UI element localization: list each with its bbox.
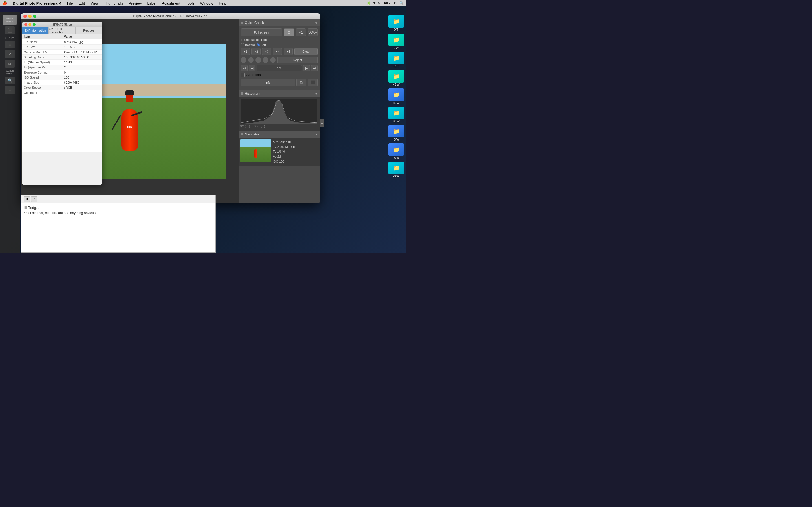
menu-help[interactable]: Help [218, 1, 227, 5]
x1-button[interactable]: ×1 [296, 29, 306, 36]
folder-n8w[interactable]: 📁 -8 W [388, 161, 405, 178]
folder-label-n8w: -8 W [393, 175, 399, 178]
close-button[interactable] [23, 15, 27, 18]
navigator-header[interactable]: Navigator ▼ [239, 131, 320, 138]
folder-5w[interactable]: 📁 +5 W [388, 88, 405, 105]
folder-3t[interactable]: 📁 +3 T [388, 51, 405, 68]
first-nav-button[interactable]: ⏮ [241, 65, 248, 71]
rating-1-button[interactable]: ✦1 [241, 48, 250, 55]
menu-label[interactable]: Label [146, 1, 157, 5]
view-buttons-row: Full screen ⊡ ×1 50%▾ [241, 29, 318, 36]
exif-value-3: 10/18/16 00:59:00 [62, 55, 102, 59]
reject-button[interactable]: Reject [277, 57, 318, 63]
navigator-dot [241, 133, 243, 135]
radio-left[interactable]: Left [257, 43, 266, 47]
folder-icon-8w: 📁 [388, 107, 404, 119]
exif-tab-xmp[interactable]: XMP/IPTC Information [49, 27, 75, 34]
sidebar-share-icon[interactable]: ↗ [5, 50, 15, 58]
histogram-coords: XY ( , ) RGB ( , , ) [240, 125, 318, 128]
search-icon[interactable]: 🔍 [400, 1, 404, 5]
exif-maximize-button[interactable] [33, 23, 36, 26]
nav-filename: 8P5A7945.jpg [273, 139, 318, 145]
dot-button-1[interactable] [241, 57, 246, 63]
folder-label-3t: +3 T [393, 65, 399, 68]
menu-preview[interactable]: Preview [128, 1, 143, 5]
thumbnail-position-row: Thumbnail position [241, 38, 318, 41]
rating-3-button[interactable]: ✦3 [262, 48, 271, 55]
rating-5-button[interactable]: ✦5 [284, 48, 293, 55]
last-nav-button[interactable]: ⏭ [311, 65, 318, 71]
full-screen-button[interactable]: Full screen [241, 29, 282, 36]
bold-button[interactable]: B [24, 196, 30, 202]
menu-edit[interactable]: Edit [78, 1, 86, 5]
copy-icon-button[interactable]: ⧉ [296, 78, 306, 87]
left-sidebar: JSPhotography ⬛ go_1.png ≡ ↗ ⧉ Canon Com… [0, 12, 20, 253]
clear-button[interactable]: Clear [294, 48, 318, 55]
folder-8w[interactable]: 📁 +8 W [388, 106, 405, 123]
app-name[interactable]: Digital Photo Professional 4 [11, 1, 63, 5]
menu-view[interactable]: View [89, 1, 100, 5]
app-logo[interactable]: JSPhotography [3, 15, 17, 25]
info-button[interactable]: Info [241, 78, 295, 87]
menu-tools[interactable]: Tools [185, 1, 195, 5]
exif-minimize-button[interactable] [29, 23, 31, 26]
navigator-content: 8P5A7945.jpg EOS 5D Mark IV Tv 1/640 Av … [239, 138, 320, 166]
italic-button[interactable]: I [31, 196, 37, 202]
folder-label-8w: +8 W [393, 120, 400, 123]
folder-0w[interactable]: 📁 0 W [388, 33, 405, 50]
dot-button-2[interactable] [248, 57, 254, 63]
expand-arrow[interactable]: ▶ [320, 119, 324, 127]
folder-3w[interactable]: 📁 +3 W [388, 69, 405, 87]
exif-row-2: Camera Model N... Canon EOS 5D Mark IV [22, 50, 102, 55]
exif-tab-exif[interactable]: Exif Information [22, 27, 49, 34]
email-body: Hi Rodg... Yes I did that, but still can… [21, 203, 215, 218]
exif-item-3: Shooting Date/T... [22, 55, 62, 59]
rating-4-button[interactable]: ✦4 [273, 48, 282, 55]
paste-icon-button[interactable]: ⬛ [308, 78, 318, 87]
exif-close-button[interactable] [24, 23, 27, 26]
minimize-button[interactable] [28, 15, 32, 18]
sidebar-text-1: go_1.png [1, 36, 18, 39]
maximize-button[interactable] [33, 15, 36, 18]
sidebar-add-icon[interactable]: + [5, 86, 15, 94]
prev-nav-button[interactable]: ◀ [249, 65, 255, 71]
menu-thumbnails[interactable]: Thumbnails [103, 1, 124, 5]
thumbnail-position-label: Thumbnail position [241, 38, 267, 41]
nav-row: ⏮ ◀ 1/1 ▶ ⏭ [241, 65, 318, 71]
extinguisher-handle [131, 111, 142, 116]
sidebar-icon-1[interactable]: ⬛ [5, 26, 15, 34]
dot-button-4[interactable] [263, 57, 268, 63]
folder-n3w[interactable]: 📁 -3 W [388, 124, 405, 142]
folder-n5w[interactable]: 📁 -5 W [388, 143, 405, 160]
sidebar-search-icon[interactable]: 🔍 [5, 76, 15, 84]
fit-window-button[interactable]: ⊡ [284, 29, 294, 36]
desktop-folders: 📁 0 T 📁 0 W 📁 +3 T 📁 +3 W 📁 +5 W 📁 +8 W … [388, 15, 405, 178]
folder-icon-3t: 📁 [388, 52, 404, 64]
af-points-checkbox[interactable] [241, 73, 245, 77]
menu-adjustment[interactable]: Adjustment [161, 1, 181, 5]
extinguisher-label: CO₂ [127, 126, 132, 128]
histogram-header[interactable]: Histogram ▼ [239, 90, 320, 97]
nav-counter: 1/1 [257, 65, 302, 71]
exif-empty-space [22, 95, 102, 152]
menu-window[interactable]: Window [199, 1, 214, 5]
histogram-title: Histogram [245, 92, 315, 96]
sidebar-nav-icon[interactable]: ≡ [5, 41, 15, 48]
dot-button-3[interactable] [255, 57, 261, 63]
rating-2-button[interactable]: ✦2 [252, 48, 260, 55]
af-points-row: AF points [241, 73, 318, 77]
exif-tab-recipes[interactable]: Recipes [75, 27, 102, 34]
apple-menu[interactable]: 🍎 [2, 1, 7, 5]
dot-button-5[interactable] [270, 57, 276, 63]
radio-bottom[interactable]: Bottom [241, 43, 255, 47]
sidebar-copy-icon[interactable]: ⧉ [5, 60, 15, 68]
zoom-dropdown[interactable]: 50%▾ [308, 29, 318, 36]
email-toolbar: B I [21, 195, 215, 203]
menu-file[interactable]: File [66, 1, 74, 5]
quick-check-header[interactable]: Quick Check ▼ [239, 19, 320, 26]
nav-iso: ISO 100 [273, 159, 318, 164]
next-nav-button[interactable]: ▶ [303, 65, 310, 71]
folder-icon-5w: 📁 [388, 89, 404, 101]
folder-0t[interactable]: 📁 0 T [388, 15, 405, 32]
panel-dot [241, 22, 243, 24]
